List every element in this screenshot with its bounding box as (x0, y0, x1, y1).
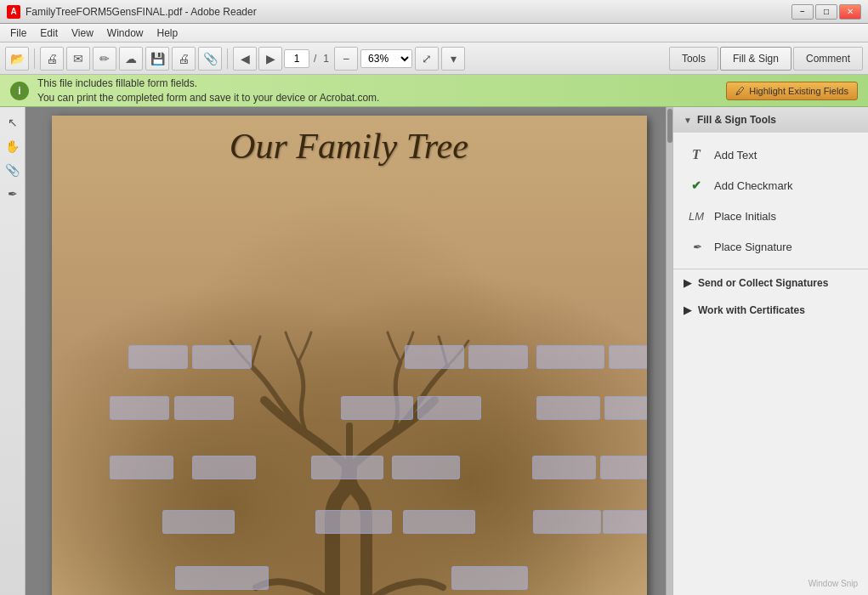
minimize-button[interactable]: − (791, 4, 814, 20)
watermark-text: Window Snip (808, 579, 858, 588)
form-field-22[interactable] (533, 510, 601, 534)
prev-page-button[interactable]: ◀ (233, 47, 257, 71)
fill-sign-section: ▼ Fill & Sign Tools T Add Text ✔ Add Che… (673, 107, 868, 269)
work-certs-section[interactable]: ▶ Work with Certificates (673, 297, 868, 324)
form-field-4[interactable] (468, 345, 528, 369)
form-field-14[interactable] (192, 456, 256, 479)
panel-empty-space: Window Snip (673, 324, 868, 595)
form-field-19[interactable] (162, 510, 235, 534)
sidebar-tool-annotation[interactable]: 📎 (3, 160, 23, 180)
form-field-1[interactable] (128, 345, 188, 369)
form-field-11[interactable] (536, 396, 600, 420)
main-area: ↖ ✋ 📎 ✒ (0, 107, 868, 595)
send-collect-arrow: ▶ (684, 277, 691, 289)
notification-bar: i This file includes fillable form field… (0, 75, 868, 107)
send-collect-label: Send or Collect Signatures (698, 277, 828, 289)
edit-button[interactable]: ✏ (93, 47, 116, 71)
page-navigation: ◀ ▶ / 1 (233, 47, 332, 71)
form-field-8[interactable] (174, 396, 234, 420)
form-field-9[interactable] (341, 396, 413, 420)
fill-sign-title: Fill & Sign Tools (697, 114, 776, 126)
add-checkmark-label: Add Checkmark (714, 179, 792, 192)
fill-sign-content: T Add Text ✔ Add Checkmark LM Place Init… (673, 133, 868, 269)
form-field-18[interactable] (600, 456, 647, 479)
sidebar-tool-cursor[interactable]: ↖ (3, 112, 23, 133)
pdf-scrollbar[interactable] (666, 107, 672, 595)
share-button[interactable]: ☁ (119, 47, 143, 71)
open-button[interactable]: 📂 (5, 47, 29, 71)
pdf-scrollbar-thumb[interactable] (667, 109, 672, 143)
add-checkmark-icon: ✔ (687, 176, 706, 195)
form-field-3[interactable] (405, 345, 464, 369)
zoom-out-button[interactable]: − (334, 47, 358, 71)
toolbar-separator-1 (34, 48, 35, 69)
menu-bar: File Edit View Window Help (0, 24, 868, 42)
highlight-existing-fields-button[interactable]: 🖊 Highlight Existing Fields (726, 82, 858, 100)
form-field-24[interactable] (175, 566, 269, 590)
form-field-21[interactable] (403, 510, 475, 534)
send-collect-section[interactable]: ▶ Send or Collect Signatures (673, 269, 868, 297)
work-certs-label: Work with Certificates (698, 304, 805, 316)
print2-button[interactable]: 🖨 (172, 47, 196, 71)
form-field-6[interactable] (609, 345, 647, 369)
form-field-2[interactable] (192, 345, 252, 369)
place-initials-item[interactable]: LM Place Initials (673, 201, 868, 231)
form-field-25[interactable] (451, 566, 528, 590)
left-sidebar: ↖ ✋ 📎 ✒ (0, 107, 26, 595)
sidebar-tool-sign[interactable]: ✒ (3, 184, 23, 204)
add-checkmark-item[interactable]: ✔ Add Checkmark (673, 170, 868, 201)
zoom-select[interactable]: 63% 50% 75% 100% (360, 49, 412, 68)
tab-tools-button[interactable]: Tools (669, 47, 718, 71)
highlight-icon: 🖊 (735, 86, 745, 96)
pdf-page: Our Family Tree (52, 116, 647, 595)
form-field-17[interactable] (532, 456, 596, 479)
notification-text: This file includes fillable form fields.… (37, 76, 718, 105)
tab-fill-sign-button[interactable]: Fill & Sign (720, 47, 791, 71)
menu-window[interactable]: Window (100, 26, 150, 41)
form-field-20[interactable] (315, 510, 392, 534)
place-initials-label: Place Initials (714, 210, 776, 223)
menu-file[interactable]: File (3, 26, 33, 41)
maximize-button[interactable]: □ (815, 4, 837, 20)
attach-button[interactable]: 📎 (198, 47, 222, 71)
add-text-label: Add Text (714, 149, 757, 162)
next-page-button[interactable]: ▶ (258, 47, 282, 71)
save-button[interactable]: 💾 (145, 47, 169, 71)
form-field-23[interactable] (603, 510, 647, 534)
email-button[interactable]: ✉ (66, 47, 90, 71)
menu-edit[interactable]: Edit (33, 26, 65, 41)
place-signature-item[interactable]: ✒ Place Signature (673, 231, 868, 262)
form-field-12[interactable] (604, 396, 647, 420)
menu-view[interactable]: View (65, 26, 100, 41)
page-separator: / (314, 53, 316, 65)
fit-button[interactable]: ⤢ (415, 47, 439, 71)
close-button[interactable]: ✕ (839, 4, 861, 20)
form-field-16[interactable] (392, 456, 460, 479)
title-bar: A FamilyTreeFORM5GensFINAL.pdf - Adobe R… (0, 0, 868, 24)
window-title: FamilyTreeFORM5GensFINAL.pdf - Adobe Rea… (26, 6, 257, 18)
tab-comment-button[interactable]: Comment (793, 47, 863, 71)
expand-button[interactable]: ▾ (441, 47, 465, 71)
form-field-5[interactable] (536, 345, 604, 369)
add-text-item[interactable]: T Add Text (673, 139, 868, 170)
pdf-viewer[interactable]: Our Family Tree (26, 107, 672, 595)
form-field-7[interactable] (110, 396, 169, 420)
fill-sign-header[interactable]: ▼ Fill & Sign Tools (673, 107, 868, 133)
fill-sign-collapse-arrow: ▼ (684, 116, 692, 125)
toolbar-separator-2 (227, 48, 228, 69)
place-signature-label: Place Signature (714, 241, 792, 253)
notification-icon: i (10, 82, 29, 100)
work-certs-arrow: ▶ (684, 304, 691, 316)
sidebar-tool-hand[interactable]: ✋ (3, 136, 23, 156)
place-initials-icon: LM (687, 207, 706, 225)
app-icon: A (7, 5, 20, 19)
menu-help[interactable]: Help (150, 26, 185, 41)
page-input[interactable] (284, 49, 309, 68)
add-text-icon: T (687, 145, 706, 164)
form-field-10[interactable] (417, 396, 481, 420)
print-button[interactable]: 🖨 (40, 47, 64, 71)
form-field-15[interactable] (311, 456, 383, 479)
page-total: 1 (323, 53, 329, 65)
form-field-13[interactable] (110, 456, 173, 479)
right-panel: ▼ Fill & Sign Tools T Add Text ✔ Add Che… (672, 107, 868, 595)
